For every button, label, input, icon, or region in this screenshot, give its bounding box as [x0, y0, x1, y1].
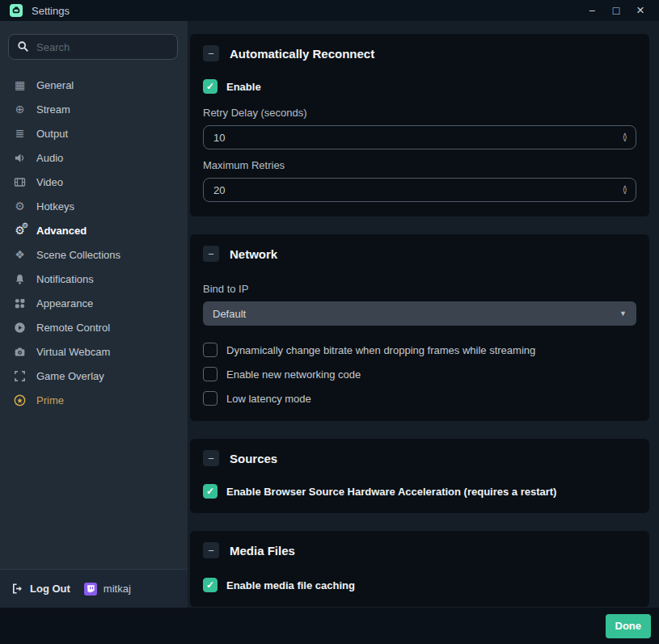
prime-star-icon: [13, 394, 27, 406]
sidebar-item-label: Hotkeys: [36, 200, 74, 213]
sidebar-item-stream[interactable]: ⊕ Stream: [0, 97, 188, 121]
scenes-icon: ❖: [13, 249, 27, 260]
search-input[interactable]: [8, 34, 178, 60]
enable-reconnect-checkbox[interactable]: ✓: [203, 79, 218, 94]
section-sources: − Sources ✓ Enable Browser Source Hardwa…: [190, 439, 649, 513]
sidebar-item-label: Audio: [36, 152, 63, 164]
sidebar-item-label: Notifications: [36, 273, 94, 285]
new-networking-code-checkbox[interactable]: ✓: [203, 367, 218, 381]
retry-delay-field: ∧ ∨: [203, 125, 636, 149]
sidebar-item-label: Virtual Webcam: [36, 346, 110, 358]
checkbox-label: Dynamically change bitrate when dropping…: [226, 344, 535, 356]
camera-icon: [13, 346, 27, 358]
check-icon: ✓: [206, 486, 214, 496]
speaker-icon: [13, 152, 27, 164]
collapse-button[interactable]: −: [203, 246, 219, 262]
retry-delay-label: Retry Delay (seconds): [203, 107, 636, 119]
enable-reconnect-row: ✓ Enable: [203, 79, 636, 94]
maximize-button[interactable]: □: [604, 1, 628, 20]
maximum-retries-input[interactable]: [204, 184, 622, 196]
sidebar-item-scene-collections[interactable]: ❖ Scene Collections: [0, 242, 188, 267]
gear-icon: ⚙: [13, 200, 27, 212]
maximum-retries-stepper[interactable]: ∧ ∨: [622, 186, 627, 194]
dynamic-bitrate-checkbox[interactable]: ✓: [203, 343, 218, 357]
search-box: [8, 34, 178, 60]
search-icon: [17, 40, 29, 53]
checkbox-label: Enable media file caching: [226, 579, 355, 591]
sidebar-item-appearance[interactable]: Appearance: [0, 291, 188, 315]
section-title: Automatically Reconnect: [230, 47, 374, 61]
collapse-button[interactable]: −: [203, 450, 219, 466]
sidebar-item-label: General: [36, 79, 74, 91]
levels-icon: ≣: [13, 128, 27, 139]
globe-icon: ⊕: [13, 103, 27, 115]
retry-delay-input[interactable]: [204, 132, 622, 144]
sidebar-item-label: Prime: [36, 394, 64, 406]
section-media-files: − Media Files ✓ Enable media file cachin…: [190, 531, 649, 607]
sidebar-item-game-overlay[interactable]: Game Overlay: [0, 364, 188, 388]
checkbox-label: Enable: [226, 81, 261, 93]
checkbox-label: Enable Browser Source Hardware Accelerat…: [226, 486, 556, 498]
sidebar-item-general[interactable]: ▦ General: [0, 73, 188, 97]
check-icon: ✓: [206, 82, 214, 91]
twitch-icon: [84, 583, 97, 596]
collapse-button[interactable]: −: [203, 542, 219, 558]
done-button[interactable]: Done: [606, 614, 652, 638]
close-button[interactable]: ×: [628, 1, 653, 20]
log-out-label: Log Out: [30, 583, 70, 595]
sidebar-item-audio[interactable]: Audio: [0, 145, 188, 170]
sidebar-nav: ▦ General ⊕ Stream ≣ Output Audio: [0, 65, 188, 412]
settings-content: − Automatically Reconnect ✓ Enable Retry…: [188, 21, 659, 608]
checkbox-label: Low latency mode: [226, 393, 311, 405]
sidebar-item-label: Appearance: [36, 297, 93, 309]
sidebar-item-label: Output: [36, 128, 68, 140]
sidebar-item-output[interactable]: ≣ Output: [0, 121, 188, 145]
checkbox-label: Enable new networking code: [226, 368, 361, 381]
sidebar-item-label: Scene Collections: [36, 249, 120, 261]
browser-source-hw-accel-checkbox[interactable]: ✓: [203, 484, 218, 499]
maximum-retries-label: Maximum Retries: [203, 159, 636, 171]
bell-icon: [13, 273, 27, 285]
section-title: Network: [230, 247, 277, 261]
section-title: Sources: [230, 452, 277, 465]
username: mitkaj: [103, 583, 131, 595]
sidebar-item-remote-control[interactable]: Remote Control: [0, 315, 188, 339]
play-circle-icon: [13, 322, 27, 334]
collapse-button[interactable]: −: [203, 45, 219, 61]
titlebar: Settings − □ ×: [0, 0, 659, 21]
film-icon: [13, 176, 27, 188]
bind-to-ip-select[interactable]: Default ▼: [203, 301, 636, 326]
sidebar-item-notifications[interactable]: Notifications: [0, 267, 188, 291]
new-networking-code-row: ✓ Enable new networking code: [203, 366, 636, 382]
sidebar-item-label: Advanced: [36, 225, 87, 237]
media-file-caching-checkbox[interactable]: ✓: [203, 578, 218, 592]
sidebar-footer: Log Out mitkaj: [0, 569, 188, 608]
network-options: ✓ Dynamically change bitrate when droppi…: [203, 342, 636, 406]
retry-delay-stepper[interactable]: ∧ ∨: [622, 133, 627, 141]
maximum-retries-field: ∧ ∨: [203, 178, 636, 202]
low-latency-mode-row: ✓ Low latency mode: [203, 390, 636, 406]
window-title: Settings: [32, 5, 70, 17]
footer-bar: Done: [0, 608, 659, 644]
log-out-button[interactable]: Log Out: [11, 583, 70, 595]
sidebar-item-hotkeys[interactable]: ⚙ Hotkeys: [0, 194, 188, 218]
chevron-down-icon: ∨: [622, 190, 627, 194]
settings-sidebar: ▦ General ⊕ Stream ≣ Output Audio: [0, 21, 188, 608]
sidebar-item-advanced[interactable]: ⚙⚙ Advanced: [0, 218, 188, 242]
bind-to-ip-label: Bind to IP: [203, 283, 636, 295]
low-latency-mode-checkbox[interactable]: ✓: [203, 391, 218, 406]
sidebar-item-virtual-webcam[interactable]: Virtual Webcam: [0, 339, 188, 364]
section-network: − Network Bind to IP Default ▼ ✓ Dynamic…: [190, 234, 649, 421]
sidebar-item-prime[interactable]: Prime: [0, 388, 188, 412]
minimize-button[interactable]: −: [580, 1, 604, 20]
media-file-caching-row: ✓ Enable media file caching: [203, 578, 636, 592]
sidebar-item-label: Game Overlay: [36, 370, 104, 382]
chevron-down-icon: ∨: [622, 137, 627, 141]
select-value: Default: [213, 308, 619, 320]
streamlabs-logo-icon: [10, 4, 23, 17]
sidebar-item-video[interactable]: Video: [0, 170, 188, 194]
dropdown-caret-icon: ▼: [619, 309, 627, 318]
check-icon: ✓: [206, 580, 214, 590]
expand-icon: [13, 370, 27, 382]
section-automatically-reconnect: − Automatically Reconnect ✓ Enable Retry…: [190, 34, 649, 217]
